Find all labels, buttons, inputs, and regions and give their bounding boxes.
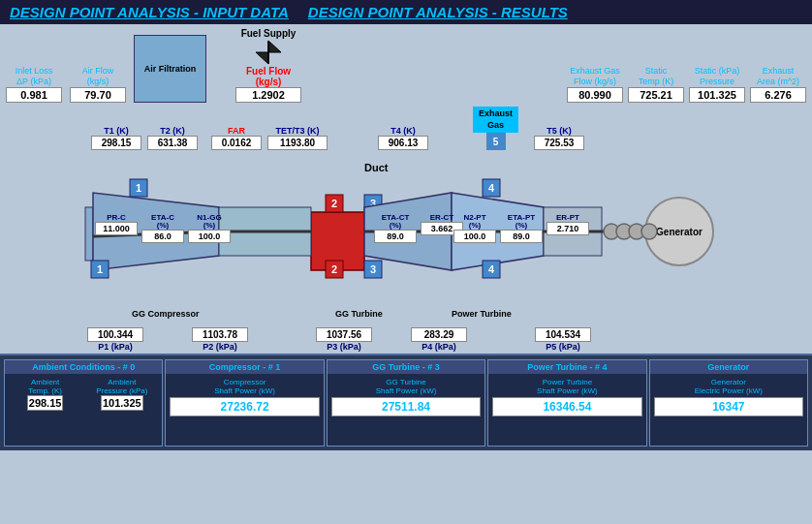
pressure-row: 100.344 P1 (kPa) 1103.78 P2 (kPa) 1037.5… bbox=[81, 325, 812, 354]
svg-text:GG Turbine: GG Turbine bbox=[335, 309, 383, 319]
t2-group: T2 (K) 631.38 bbox=[147, 126, 198, 150]
power-turbine-title: Power Turbine - # 4 bbox=[492, 362, 641, 372]
params-center: ETA-CT(%) 89.0 ER-CT 3.662 bbox=[374, 214, 463, 243]
air-flow-value[interactable]: 79.70 bbox=[70, 87, 126, 103]
t4-group: T4 (K) 906.13 bbox=[378, 126, 428, 150]
main-container: DESIGN POINT ANALYSIS - INPUT DATA DESIG… bbox=[0, 0, 812, 524]
bottom-panel: Ambient Conditions - # 0 Ambient Temp. (… bbox=[0, 354, 812, 450]
er-pt-value[interactable]: 2.710 bbox=[547, 222, 589, 235]
air-flow-group: Air Flow (kg/s) 79.70 bbox=[70, 66, 126, 103]
t1-group: T1 (K) 298.15 bbox=[91, 126, 141, 150]
engine-diagram: Duct Combustor GG Compressor GG Turbine … bbox=[6, 154, 806, 324]
gg-turbine-title: GG Turbine - # 3 bbox=[331, 362, 481, 372]
ambient-pressure-value[interactable]: 101.325 bbox=[101, 395, 143, 411]
air-filtration-label: Air Filtration bbox=[144, 64, 197, 74]
svg-text:1: 1 bbox=[97, 263, 103, 275]
fuel-valve-icon bbox=[254, 39, 283, 66]
far-group: FAR 0.0162 bbox=[211, 126, 262, 150]
svg-rect-7 bbox=[85, 207, 93, 261]
params-left: PR-C 11.000 ETA-C(%) 86.0 N1-GG(%) 100.0 bbox=[95, 214, 231, 243]
t5-group: T5 (K) 725.53 bbox=[534, 126, 584, 150]
exhaust-gas-box: ExhaustGas 5 bbox=[473, 107, 518, 150]
p3-value: 1037.56 bbox=[316, 327, 372, 342]
exhaust-area-value: 6.276 bbox=[750, 87, 806, 103]
p5-value: 104.534 bbox=[535, 327, 591, 342]
eta-c-value[interactable]: 86.0 bbox=[141, 230, 184, 243]
title-right: DESIGN POINT ANALYSIS - RESULTS bbox=[308, 4, 568, 20]
svg-text:2: 2 bbox=[331, 263, 337, 275]
static-kpa-value: 101.325 bbox=[689, 87, 745, 103]
compressor-power-value[interactable]: 27236.72 bbox=[170, 397, 319, 416]
fuel-supply-group: Fuel Supply Fuel Flow (kg/s) 1.2902 bbox=[235, 28, 301, 103]
compressor-title: Compressor - # 1 bbox=[170, 362, 319, 372]
title-left: DESIGN POINT ANALYSIS - INPUT DATA bbox=[10, 4, 289, 20]
eta-ct-value[interactable]: 89.0 bbox=[374, 230, 417, 243]
p2-value: 1103.78 bbox=[192, 327, 248, 342]
power-turbine-power-value[interactable]: 16346.54 bbox=[492, 397, 641, 416]
generator-power-value[interactable]: 16347 bbox=[654, 397, 803, 416]
fuel-supply-label: Fuel Supply bbox=[241, 28, 297, 39]
duct-label: Duct bbox=[364, 162, 389, 173]
pr-c-value[interactable]: 11.000 bbox=[95, 222, 138, 235]
inlet-loss-value[interactable]: 0.981 bbox=[6, 87, 62, 103]
svg-text:3: 3 bbox=[370, 263, 376, 275]
n1-gg-value[interactable]: 100.0 bbox=[188, 230, 231, 243]
svg-marker-1 bbox=[256, 52, 268, 64]
svg-text:Power Turbine: Power Turbine bbox=[452, 309, 512, 319]
fuel-flow-value[interactable]: 1.2902 bbox=[235, 87, 301, 103]
gg-turbine-power-value[interactable]: 27511.84 bbox=[331, 397, 481, 416]
exhaust-group: Exhaust Gas Flow (kg/s) 80.990 Static Te… bbox=[567, 66, 806, 103]
inlet-loss-group: Inlet Loss ΔP (kPa) 0.981 bbox=[6, 66, 62, 103]
ambient-temp-value[interactable]: 298.15 bbox=[27, 395, 64, 411]
svg-marker-0 bbox=[268, 41, 281, 52]
inlet-loss-label: Inlet Loss ΔP (kPa) bbox=[16, 66, 53, 87]
gg-turbine-card: GG Turbine - # 3 GG Turbine Shaft Power … bbox=[327, 359, 485, 447]
static-temp-value: 725.21 bbox=[628, 87, 684, 103]
ambient-title: Ambient Conditions - # 0 bbox=[9, 362, 158, 372]
t1-value[interactable]: 298.15 bbox=[91, 136, 141, 150]
header: DESIGN POINT ANALYSIS - INPUT DATA DESIG… bbox=[0, 0, 812, 24]
compressor-card: Compressor - # 1 Compressor Shaft Power … bbox=[165, 359, 324, 447]
tet-group: TET/T3 (K) 1193.80 bbox=[267, 126, 328, 150]
exhaust-gas-flow-value: 80.990 bbox=[567, 87, 623, 103]
t5-value: 725.53 bbox=[534, 136, 584, 150]
badge-5: 5 bbox=[486, 133, 506, 150]
fuel-flow-label: Fuel Flow (kg/s) bbox=[246, 66, 291, 87]
svg-text:1: 1 bbox=[136, 182, 141, 194]
svg-text:2: 2 bbox=[331, 198, 337, 209]
svg-text:4: 4 bbox=[488, 263, 495, 275]
generator-title: Generator bbox=[654, 362, 803, 372]
p1-value: 100.344 bbox=[87, 327, 143, 342]
n2-pt-value[interactable]: 100.0 bbox=[453, 230, 496, 243]
air-filtration-box: Air Filtration bbox=[134, 35, 206, 103]
power-turbine-card: Power Turbine - # 4 Power Turbine Shaft … bbox=[487, 359, 646, 447]
t4-value[interactable]: 906.13 bbox=[378, 136, 428, 150]
svg-text:Generator: Generator bbox=[656, 227, 703, 237]
generator-card: Generator Generator Electric Power (kW) … bbox=[649, 359, 808, 447]
eta-pt-value[interactable]: 89.0 bbox=[500, 230, 543, 243]
far-value[interactable]: 0.0162 bbox=[211, 136, 262, 150]
params-right: N2-PT(%) 100.0 ETA-PT(%) 89.0 ER-PT 2.71… bbox=[453, 214, 589, 243]
ambient-card: Ambient Conditions - # 0 Ambient Temp. (… bbox=[4, 359, 163, 447]
svg-text:4: 4 bbox=[488, 182, 495, 194]
t2-value[interactable]: 631.38 bbox=[147, 136, 198, 150]
air-flow-label: Air Flow (kg/s) bbox=[82, 66, 114, 87]
tet-value[interactable]: 1193.80 bbox=[267, 136, 328, 150]
p4-value: 283.29 bbox=[411, 327, 467, 342]
svg-point-41 bbox=[641, 224, 657, 239]
svg-text:GG Compressor: GG Compressor bbox=[132, 309, 200, 319]
